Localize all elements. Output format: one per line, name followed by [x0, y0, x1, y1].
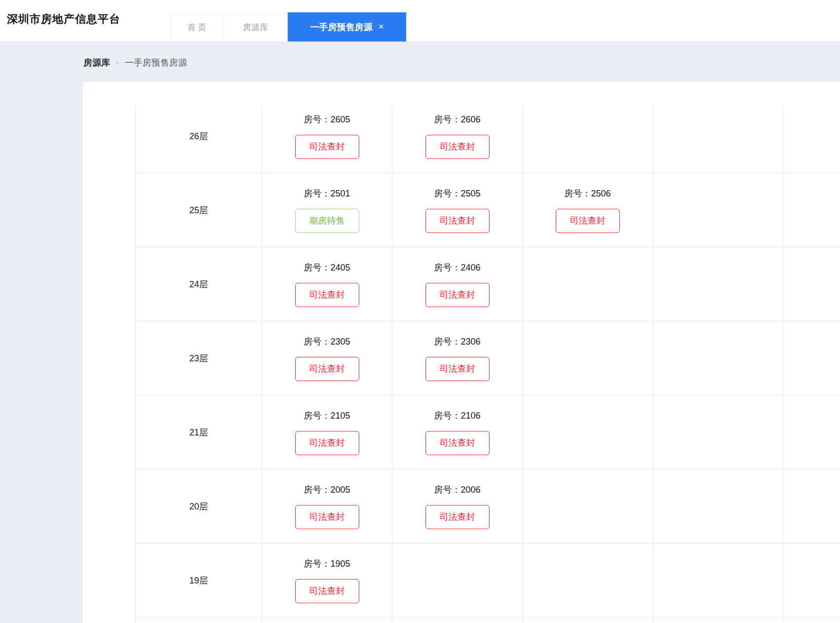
empty-room-cell	[652, 321, 783, 395]
room-number-label: 房号：	[434, 115, 460, 124]
room-number: 房号：2501	[304, 188, 350, 199]
empty-room-cell	[783, 544, 840, 617]
room-number-value: 2306	[460, 337, 480, 347]
status-badge-judicial-seizure: 司法查封	[425, 357, 490, 381]
floor-unit-grid: 26层房号：2605司法查封房号：2606司法查封25层房号：2501期房待售房…	[135, 105, 840, 623]
floor-cell: 25层	[135, 173, 262, 247]
room-number-label: 房号：	[434, 485, 460, 495]
empty-room-cell	[652, 173, 783, 247]
room-number-value: 2005	[330, 485, 350, 495]
room-number-label: 房号：	[564, 189, 591, 198]
empty-room-cell	[522, 469, 652, 543]
empty-room-cell	[392, 544, 522, 617]
room-cell[interactable]: 房号：2606司法查封	[392, 105, 522, 173]
tab-presale-label: 一手房预售房源	[310, 21, 372, 33]
room-cell[interactable]: 房号：2305司法查封	[262, 321, 392, 395]
room-number-label: 房号：	[304, 559, 330, 569]
room-cell[interactable]: 房号：1905司法查封	[262, 544, 392, 617]
empty-room-cell	[522, 247, 652, 321]
empty-room-cell	[783, 173, 840, 247]
status-badge-judicial-seizure: 司法查封	[425, 505, 490, 529]
floor-row: 23层房号：2305司法查封房号：2306司法查封	[135, 321, 840, 395]
status-badge-judicial-seizure: 司法查封	[295, 505, 359, 529]
room-number: 房号：2505	[434, 188, 480, 199]
empty-room-cell	[652, 105, 783, 173]
room-number-value: 2006	[460, 485, 480, 495]
tab-bar: 首 页 房源库 一手房预售房源 ×	[170, 12, 406, 41]
empty-room-cell	[522, 544, 652, 617]
floor-row	[135, 618, 840, 623]
room-number-label: 房号：	[304, 411, 330, 421]
room-number-label: 房号：	[434, 263, 460, 273]
status-badge-judicial-seizure: 司法查封	[425, 209, 490, 233]
empty-room-cell	[652, 469, 783, 543]
empty-room-cell	[392, 618, 522, 623]
status-badge-judicial-seizure: 司法查封	[425, 431, 490, 455]
room-number-value: 2605	[330, 115, 350, 124]
empty-room-cell	[652, 544, 783, 617]
room-cell[interactable]: 房号：2501期房待售	[262, 173, 392, 247]
room-number: 房号：2305	[304, 336, 350, 348]
status-badge-judicial-seizure: 司法查封	[295, 431, 359, 455]
room-number-label: 房号：	[304, 337, 330, 347]
breadcrumb: 房源库 › 一手房预售房源	[83, 57, 187, 68]
room-number: 房号：2005	[304, 484, 350, 496]
empty-room-cell	[783, 105, 840, 173]
tab-housing-library[interactable]: 房源库	[223, 12, 288, 41]
breadcrumb-current-page: 一手房预售房源	[125, 57, 187, 69]
status-badge-judicial-seizure: 司法查封	[295, 357, 359, 381]
room-number-label: 房号：	[434, 189, 460, 198]
floor-row: 24层房号：2405司法查封房号：2406司法查封	[135, 247, 840, 321]
floor-cell: 19层	[135, 544, 262, 617]
tab-home[interactable]: 首 页	[170, 12, 223, 41]
status-badge-judicial-seizure: 司法查封	[295, 135, 359, 159]
status-badge-presale: 期房待售	[295, 209, 359, 233]
room-cell[interactable]: 房号：2406司法查封	[392, 247, 522, 321]
room-cell[interactable]: 房号：2006司法查封	[392, 469, 522, 543]
room-cell[interactable]: 房号：2105司法查封	[262, 395, 392, 469]
floor-unit-table: 26层房号：2605司法查封房号：2606司法查封25层房号：2501期房待售房…	[135, 105, 840, 623]
floor-cell: 26层	[135, 105, 262, 173]
room-number-value: 2406	[460, 263, 480, 273]
empty-room-cell	[783, 469, 840, 543]
content-card: 26层房号：2605司法查封房号：2606司法查封25层房号：2501期房待售房…	[83, 82, 840, 623]
room-number-label: 房号：	[434, 411, 460, 421]
room-number-value: 2106	[460, 411, 480, 421]
room-cell[interactable]: 房号：2306司法查封	[392, 321, 522, 395]
room-cell[interactable]: 房号：2405司法查封	[262, 247, 392, 321]
room-number: 房号：2106	[434, 410, 480, 422]
room-cell[interactable]: 房号：2505司法查封	[392, 173, 522, 247]
floor-row: 19层房号：1905司法查封	[135, 544, 840, 618]
breadcrumb-separator-icon: ›	[116, 58, 119, 68]
floor-row: 20层房号：2005司法查封房号：2006司法查封	[135, 469, 840, 544]
room-number: 房号：2405	[304, 262, 350, 273]
room-number-label: 房号：	[434, 337, 460, 347]
close-tab-icon[interactable]: ×	[378, 22, 383, 31]
room-cell[interactable]: 房号：2106司法查封	[392, 395, 522, 469]
empty-room-cell	[652, 395, 783, 469]
breadcrumb-housing-library[interactable]: 房源库	[83, 57, 110, 69]
empty-room-cell	[652, 618, 783, 623]
floor-cell: 21层	[135, 395, 262, 469]
room-number-label: 房号：	[304, 115, 330, 124]
room-cell[interactable]: 房号：2005司法查封	[262, 469, 392, 543]
floor-row: 26层房号：2605司法查封房号：2606司法查封	[135, 105, 840, 173]
room-number-label: 房号：	[304, 263, 330, 273]
room-number-value: 1905	[330, 559, 350, 569]
room-number-value: 2505	[460, 189, 480, 198]
room-number-value: 2405	[330, 263, 350, 273]
room-cell[interactable]: 房号：2506司法查封	[522, 173, 652, 247]
floor-row: 25层房号：2501期房待售房号：2505司法查封房号：2506司法查封	[135, 173, 840, 247]
floor-cell: 24层	[135, 247, 262, 321]
room-number-value: 2501	[330, 189, 350, 198]
app-title: 深圳市房地产信息平台	[7, 12, 120, 27]
room-number-value: 2606	[460, 115, 480, 124]
room-cell[interactable]: 房号：2605司法查封	[262, 105, 392, 173]
empty-room-cell	[522, 321, 652, 395]
room-number: 房号：2606	[434, 114, 480, 125]
status-badge-judicial-seizure: 司法查封	[556, 209, 620, 233]
status-badge-judicial-seizure: 司法查封	[425, 283, 490, 307]
tab-presale-units[interactable]: 一手房预售房源 ×	[288, 12, 406, 41]
empty-room-cell	[522, 618, 652, 623]
empty-room-cell	[262, 618, 392, 623]
